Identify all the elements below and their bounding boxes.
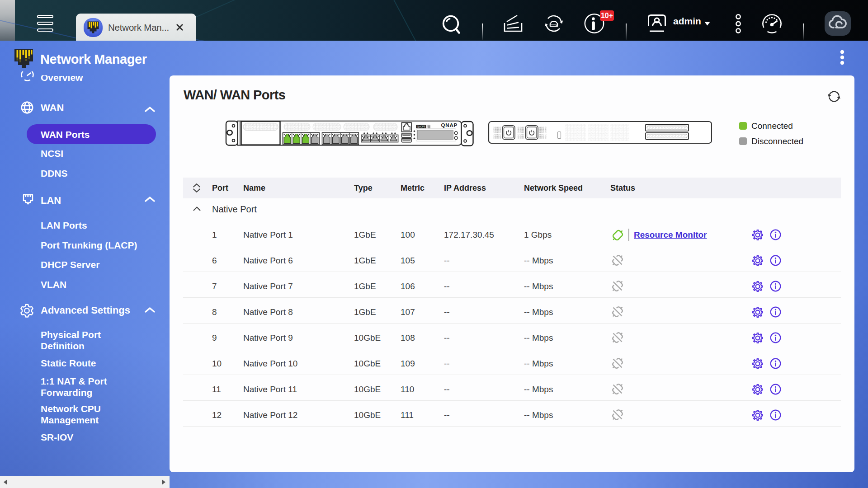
svg-text:QuCPE: QuCPE — [417, 125, 425, 128]
svg-text:QNAP: QNAP — [441, 122, 458, 128]
